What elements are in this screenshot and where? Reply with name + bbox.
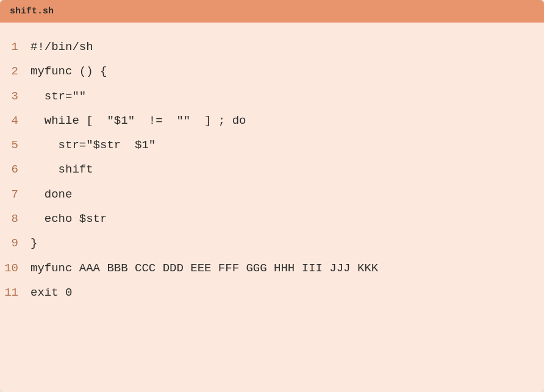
table-row: 7 done [0, 182, 544, 207]
table-row: 6 shift [0, 157, 544, 182]
line-content: str="" [30, 87, 86, 106]
line-content: #!/bin/sh [30, 37, 93, 57]
line-content: while [ "$1" != "" ] ; do [30, 111, 246, 130]
window-title: shift.sh [10, 6, 54, 16]
table-row: 4 while [ "$1" != "" ] ; do [0, 109, 544, 133]
line-content: exit 0 [30, 283, 72, 302]
line-number: 11 [0, 283, 30, 302]
line-number: 7 [0, 185, 30, 204]
line-content: echo $str [30, 209, 107, 229]
editor-window: shift.sh 1#!/bin/sh2myfunc () {3 str=""4… [0, 0, 544, 392]
table-row: 3 str="" [0, 84, 544, 109]
line-number: 4 [0, 111, 30, 130]
line-number: 10 [0, 258, 30, 278]
title-bar: shift.sh [0, 0, 544, 23]
table-row: 1#!/bin/sh [0, 35, 544, 59]
line-number: 8 [0, 209, 30, 229]
code-area: 1#!/bin/sh2myfunc () {3 str=""4 while [ … [0, 23, 544, 317]
line-content: } [30, 233, 37, 253]
table-row: 9} [0, 231, 544, 255]
table-row: 8 echo $str [0, 207, 544, 231]
table-row: 11exit 0 [0, 280, 544, 305]
table-row: 2myfunc () { [0, 59, 544, 84]
line-content: myfunc () { [30, 62, 107, 81]
line-number: 2 [0, 62, 30, 81]
line-number: 5 [0, 135, 30, 155]
line-content: done [30, 185, 72, 204]
line-content: shift [30, 160, 93, 179]
line-number: 9 [0, 233, 30, 253]
line-number: 6 [0, 160, 30, 179]
line-number: 3 [0, 87, 30, 106]
table-row: 5 str="$str $1" [0, 133, 544, 157]
table-row: 10myfunc AAA BBB CCC DDD EEE FFF GGG HHH… [0, 256, 544, 280]
line-content: myfunc AAA BBB CCC DDD EEE FFF GGG HHH I… [30, 258, 378, 278]
line-number: 1 [0, 37, 30, 57]
line-content: str="$str $1" [30, 135, 156, 155]
